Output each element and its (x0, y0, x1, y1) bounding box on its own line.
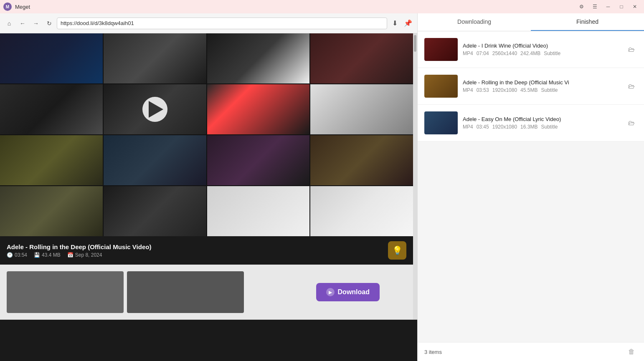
browser-content: Adele - Rolling in the Deep (Official Mu… (0, 33, 417, 361)
grid-cell-12 (310, 135, 413, 185)
tab-finished[interactable]: Finished (531, 13, 644, 31)
resolution-2: 1920x1080 (492, 87, 517, 93)
grid-cell-4 (310, 33, 413, 83)
forward-button[interactable]: → (30, 18, 42, 29)
duration-1: 07:04 (477, 50, 489, 56)
window-controls: ⚙ ☰ ─ □ ✕ (576, 3, 641, 11)
main-layout: ⌂ ← → ↻ ⬇ 📌 (0, 13, 644, 361)
grid-cell-5 (0, 84, 103, 134)
video-title: Adele - Rolling in the Deep (Official Mu… (7, 243, 151, 250)
grid-cell-2 (104, 33, 206, 83)
item-action-button-2[interactable]: 🗁 (626, 81, 637, 92)
thumbnail-placeholder-2 (127, 271, 244, 313)
download-meta-3: MP4 03:45 1920x1080 16.3MB Subtitle (463, 124, 621, 130)
video-meta: 🕐 03:54 💾 43.4 MB 📅 Sep 8, 2024 (7, 252, 151, 258)
item-action-button-3[interactable]: 🗁 (626, 117, 637, 129)
grid-cell-7 (207, 84, 310, 134)
download-page-button[interactable]: ⬇ (389, 18, 401, 29)
address-bar: ⌂ ← → ↻ ⬇ 📌 (0, 13, 417, 33)
calendar-icon: 📅 (67, 252, 74, 258)
video-grid (0, 33, 413, 236)
download-item-2: Adele - Rolling in the Deep (Official Mu… (418, 68, 644, 105)
delete-all-button[interactable]: 🗑 (626, 346, 637, 358)
format-3: MP4 (463, 124, 473, 130)
download-button[interactable]: ▶ Download (316, 283, 380, 301)
grid-cell-9 (0, 135, 103, 185)
back-button[interactable]: ← (17, 18, 28, 29)
grid-cell-15 (207, 186, 310, 236)
address-input[interactable] (57, 18, 387, 29)
browser-right: Adele - Rolling in the Deep (Official Mu… (0, 33, 417, 320)
thumbnail-placeholder-1 (7, 271, 124, 313)
clock-icon: 🕐 (7, 252, 13, 258)
title-bar: M Meget ⚙ ☰ ─ □ ✕ (0, 0, 644, 13)
duration-3: 03:45 (477, 124, 489, 130)
grid-cell-16 (310, 186, 413, 236)
subtitle-3: Subtitle (541, 124, 558, 130)
video-info-bar: Adele - Rolling in the Deep (Official Mu… (0, 236, 413, 265)
duration-2: 03:53 (477, 87, 489, 93)
close-button[interactable]: ✕ (629, 3, 641, 11)
scroll-thumb[interactable] (414, 35, 416, 52)
tab-downloading[interactable]: Downloading (418, 13, 531, 31)
download-meta-2: MP4 03:53 1920x1080 45.5MB Subtitle (463, 87, 621, 93)
download-title-1: Adele - I Drink Wine (Official Video) (463, 43, 621, 49)
panel-tabs: Downloading Finished (418, 13, 644, 31)
video-date: 📅 Sep 8, 2024 (67, 252, 102, 258)
items-count: 3 items (424, 349, 442, 355)
play-button[interactable] (142, 97, 167, 122)
grid-cell-10 (104, 135, 206, 185)
subtitle-2: Subtitle (541, 87, 558, 93)
download-list: Adele - I Drink Wine (Official Video) MP… (418, 31, 644, 342)
play-icon (149, 101, 163, 118)
browser-main: Adele - Rolling in the Deep (Official Mu… (0, 33, 413, 320)
app-icon: M (3, 3, 12, 11)
grid-cell-3 (207, 33, 310, 83)
grid-cell-14 (104, 186, 206, 236)
maximize-button[interactable]: □ (616, 3, 627, 11)
download-title-2: Adele - Rolling in the Deep (Official Mu… (463, 79, 621, 86)
download-item-3: Adele - Easy On Me (Official Lyric Video… (418, 105, 644, 141)
grid-cell-6 (104, 84, 206, 134)
bottom-content: ▶ Download (0, 265, 413, 320)
home-button[interactable]: ⌂ (3, 18, 15, 29)
format-1: MP4 (463, 50, 473, 56)
resolution-1: 2560x1440 (492, 50, 517, 56)
download-icon: ▶ (326, 288, 335, 296)
download-title-3: Adele - Easy On Me (Official Lyric Video… (463, 116, 621, 122)
video-grid-container (0, 33, 413, 236)
menu-button[interactable]: ☰ (589, 3, 601, 11)
download-info-1: Adele - I Drink Wine (Official Video) MP… (463, 43, 621, 56)
size-2: 45.5MB (520, 87, 538, 93)
download-item-1: Adele - I Drink Wine (Official Video) MP… (418, 31, 644, 68)
item-action-button-1[interactable]: 🗁 (626, 44, 637, 56)
format-2: MP4 (463, 87, 473, 93)
video-info-left: Adele - Rolling in the Deep (Official Mu… (7, 243, 151, 258)
download-info-3: Adele - Easy On Me (Official Lyric Video… (463, 116, 621, 130)
download-meta-1: MP4 07:04 2560x1440 242.4MB Subtitle (463, 50, 621, 56)
download-info-2: Adele - Rolling in the Deep (Official Mu… (463, 79, 621, 93)
grid-cell-11 (207, 135, 310, 185)
pin-button[interactable]: 📌 (402, 18, 414, 29)
lightbulb-button[interactable]: 💡 (388, 241, 406, 260)
thumbnail-1 (424, 38, 458, 61)
minimize-button[interactable]: ─ (602, 3, 614, 11)
subtitle-1: Subtitle (544, 50, 560, 56)
video-size: 💾 43.4 MB (34, 252, 61, 258)
grid-cell-1 (0, 33, 103, 83)
browser-scrollbar[interactable] (413, 33, 417, 320)
browser-panel: ⌂ ← → ↻ ⬇ 📌 (0, 13, 418, 361)
settings-button[interactable]: ⚙ (576, 3, 587, 11)
thumb-content-1 (424, 38, 458, 61)
size-3: 16.3MB (520, 124, 538, 130)
save-icon: 💾 (34, 252, 40, 258)
video-duration: 🕐 03:54 (7, 252, 27, 258)
grid-cell-13 (0, 186, 103, 236)
right-panel: Downloading Finished Adele - I Drink Win… (418, 13, 644, 361)
thumbnail-3 (424, 111, 458, 134)
download-label: Download (338, 288, 370, 296)
status-bar: 3 items 🗑 (418, 342, 644, 361)
refresh-button[interactable]: ↻ (43, 18, 55, 29)
size-1: 242.4MB (520, 50, 540, 56)
grid-cell-8 (310, 84, 413, 134)
